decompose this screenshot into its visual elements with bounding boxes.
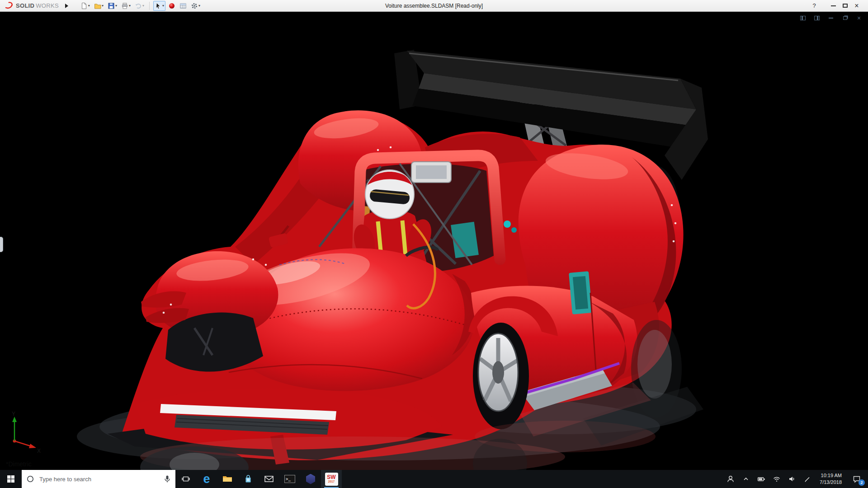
pane-right-icon xyxy=(814,16,820,20)
doc-minimize-icon xyxy=(829,18,833,19)
sensor-detail xyxy=(504,221,511,228)
print-button[interactable]: ▾ xyxy=(120,1,132,11)
document-window-controls: × xyxy=(799,15,863,21)
undo-icon xyxy=(135,2,142,9)
task-view-button[interactable] xyxy=(175,470,196,488)
axis-x-label: X xyxy=(37,448,41,454)
dropdown-caret-icon[interactable]: ▾ xyxy=(129,4,131,8)
doc-restore-icon xyxy=(843,16,847,20)
design-table-button[interactable] xyxy=(178,1,188,11)
start-button[interactable] xyxy=(0,470,22,488)
taskbar-mail[interactable] xyxy=(259,470,279,488)
taskbar-terminal[interactable]: >_ xyxy=(279,470,300,488)
close-icon: × xyxy=(854,2,859,9)
windows-taskbar: e >_ SW 2017 xyxy=(0,470,868,488)
people-button[interactable] xyxy=(724,470,737,488)
taskbar-clock[interactable]: 10:19 AM 7/13/2018 xyxy=(816,472,845,486)
pane-splitter-handle[interactable] xyxy=(0,237,3,252)
speaker-icon xyxy=(788,474,797,483)
brand-solid: SOLID xyxy=(16,2,34,9)
save-button[interactable]: ▾ xyxy=(106,1,118,11)
options-gear-icon xyxy=(191,2,198,9)
dropdown-caret-icon[interactable]: ▾ xyxy=(142,4,144,8)
select-arrow-icon xyxy=(155,2,162,9)
taskbar-file-explorer[interactable] xyxy=(217,470,238,488)
maximize-icon xyxy=(843,4,848,8)
axis-y-label: Y xyxy=(12,411,15,417)
notification-badge: 2 xyxy=(859,479,865,486)
doc-restore-button[interactable] xyxy=(841,15,849,21)
help-button[interactable]: ? xyxy=(808,1,820,11)
appearance-button[interactable] xyxy=(167,1,177,11)
chevron-up-icon xyxy=(741,474,750,483)
flyout-arrow-button[interactable] xyxy=(65,4,68,8)
close-button[interactable]: × xyxy=(851,1,863,11)
dropdown-caret-icon[interactable]: ▾ xyxy=(88,4,90,8)
print-icon xyxy=(121,2,128,9)
pane-left-icon xyxy=(800,16,806,20)
people-icon xyxy=(726,474,735,483)
taskbar-solidworks[interactable]: SW 2017 xyxy=(321,470,342,488)
dropdown-caret-icon[interactable]: ▾ xyxy=(198,4,200,8)
graphics-area[interactable]: × Y X *Dimetric xyxy=(0,12,868,470)
toolbar-separator xyxy=(149,2,150,10)
microphone-icon[interactable] xyxy=(164,475,171,483)
dropdown-caret-icon[interactable]: ▾ xyxy=(102,4,104,8)
axis-triad-icon: Y X xyxy=(5,411,44,455)
clock-date: 7/13/2018 xyxy=(820,479,842,486)
solidworks-app-icon: SW 2017 xyxy=(325,473,338,486)
solidworks-logo: SOLIDWORKS xyxy=(0,1,61,10)
taskbar-app-cube[interactable] xyxy=(300,470,321,488)
pen-button[interactable] xyxy=(801,470,814,488)
dropdown-caret-icon[interactable]: ▾ xyxy=(115,4,117,8)
tray-expand-button[interactable] xyxy=(739,470,753,488)
brand-works: WORKS xyxy=(36,2,59,9)
dropdown-caret-icon[interactable]: ▾ xyxy=(162,4,164,8)
rear-view-mirror[interactable] xyxy=(411,162,451,183)
action-center-button[interactable]: 2 xyxy=(847,470,866,488)
terminal-icon: >_ xyxy=(284,475,295,483)
new-document-icon xyxy=(80,2,88,9)
driver-helmet[interactable] xyxy=(365,170,414,219)
doc-close-icon: × xyxy=(857,15,861,21)
select-tool-button[interactable]: ▾ xyxy=(153,1,165,11)
ds-logo-icon xyxy=(5,1,14,10)
pen-icon xyxy=(803,474,812,483)
pane-left-button[interactable] xyxy=(799,15,807,21)
taskbar-store[interactable] xyxy=(238,470,259,488)
cortana-icon xyxy=(26,475,34,483)
doc-minimize-button[interactable] xyxy=(827,15,835,21)
network-button[interactable] xyxy=(770,470,783,488)
doc-close-button[interactable]: × xyxy=(855,15,863,21)
task-view-icon xyxy=(181,474,190,483)
minimize-button[interactable] xyxy=(827,1,839,11)
volume-button[interactable] xyxy=(785,470,799,488)
sensor-detail xyxy=(511,227,517,233)
maximize-button[interactable] xyxy=(839,1,851,11)
pane-right-button[interactable] xyxy=(813,15,821,21)
taskbar-search[interactable] xyxy=(22,470,175,488)
wifi-icon xyxy=(772,474,781,483)
minimize-icon xyxy=(831,5,836,6)
app-cube-icon xyxy=(306,474,315,484)
window-title: Voiture assemblee.SLDASM [Read-only] xyxy=(385,3,483,9)
battery-button[interactable] xyxy=(755,470,768,488)
titlebar: SOLIDWORKS ▾ ▾ ▾ xyxy=(0,0,868,12)
options-button[interactable]: ▾ xyxy=(189,1,202,11)
open-button[interactable]: ▾ xyxy=(93,1,105,11)
open-folder-icon xyxy=(94,2,101,9)
search-input[interactable] xyxy=(38,475,160,483)
file-explorer-icon xyxy=(222,474,233,484)
system-tray: 10:19 AM 7/13/2018 2 xyxy=(724,470,868,488)
undo-button[interactable]: ▾ xyxy=(133,1,146,11)
design-table-icon xyxy=(179,2,187,9)
new-document-button[interactable]: ▾ xyxy=(79,1,91,11)
windows-logo-icon xyxy=(7,475,15,483)
3d-viewport[interactable] xyxy=(0,12,868,470)
quick-toolbar: ▾ ▾ ▾ ▾ xyxy=(79,1,202,11)
window-controls: ? × xyxy=(808,1,868,11)
front-right-wheel[interactable] xyxy=(473,323,529,429)
sw-label: SW xyxy=(327,474,335,480)
orientation-triad: Y X xyxy=(5,411,44,456)
taskbar-edge[interactable]: e xyxy=(196,470,217,488)
